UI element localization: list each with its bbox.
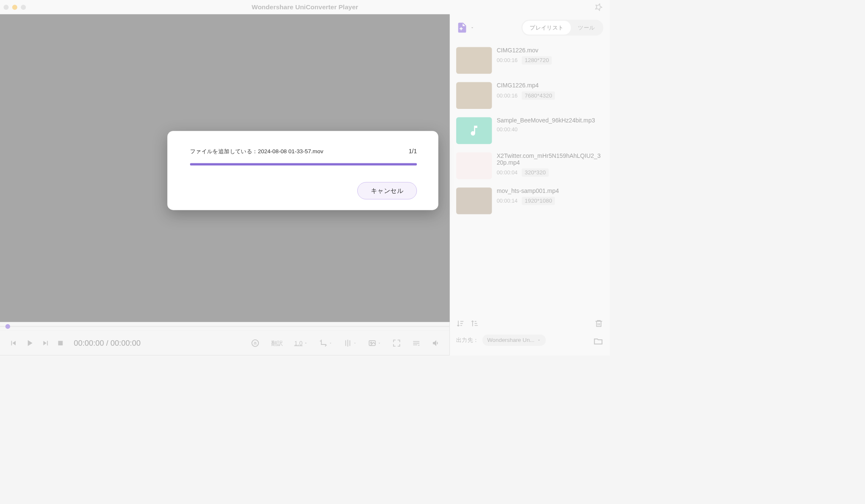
cancel-button[interactable]: キャンセル (357, 182, 417, 199)
progress-filename: 2024-08-08 01-33-57.mov (258, 148, 324, 154)
progress-bar (190, 163, 417, 165)
progress-dialog: ファイルを追加している：2024-08-08 01-33-57.mov 1/1 … (167, 131, 438, 210)
progress-fill (190, 163, 417, 165)
progress-label: ファイルを追加している：2024-08-08 01-33-57.mov (190, 148, 324, 155)
progress-count: 1/1 (408, 148, 417, 154)
